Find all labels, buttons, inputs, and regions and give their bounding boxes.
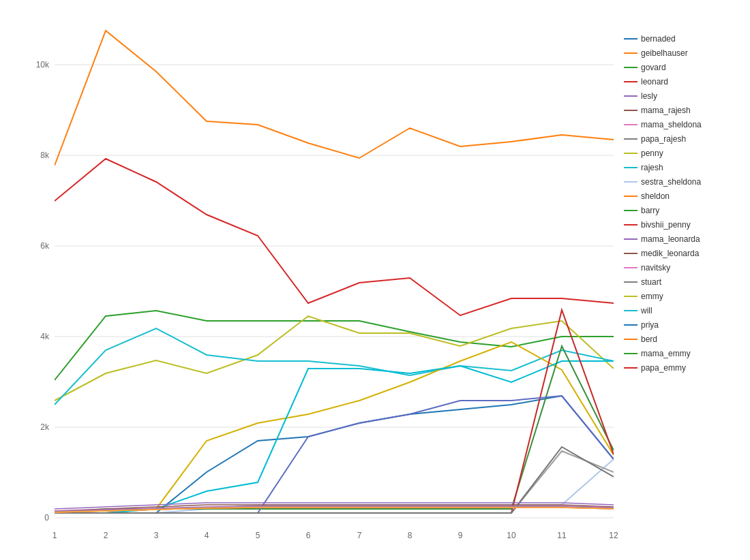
x-label-4: 4: [205, 531, 209, 540]
legend-label-lesly: lesly: [641, 91, 657, 101]
x-label-9: 9: [458, 531, 463, 540]
line-rajesh: [55, 328, 614, 405]
legend-label-priya: priya: [641, 320, 659, 330]
legend-label-geibelhauser: geibelhauser: [641, 48, 688, 58]
legend-label-bernaded: bernaded: [641, 34, 676, 44]
x-label-3: 3: [154, 531, 159, 540]
x-label-6: 6: [306, 531, 311, 540]
legend-label-berd: berd: [641, 335, 657, 344]
line-stuart: [55, 451, 614, 513]
x-label-8: 8: [408, 531, 412, 540]
x-label-10: 10: [507, 531, 516, 540]
y-label-6k: 6k: [40, 241, 50, 251]
legend-label-mama-sheldona: mama_sheldona: [641, 120, 702, 129]
line-priya: [55, 396, 614, 513]
legend-label-govard: govard: [641, 63, 666, 72]
x-label-1: 1: [52, 531, 57, 540]
legend-label-sheldon: sheldon: [641, 191, 670, 201]
legend-label-penny: penny: [641, 149, 663, 158]
line-penny: [55, 316, 614, 401]
legend-label-stuart: stuart: [641, 277, 662, 287]
legend-label-navitsky: navitsky: [641, 263, 670, 273]
y-label-4k: 4k: [40, 332, 50, 341]
legend-label-mama-emmy: mama_emmy: [641, 349, 691, 358]
line-leonard: [55, 159, 614, 315]
line-govard: [55, 311, 614, 380]
y-label-10k: 10k: [36, 60, 50, 69]
x-label-5: 5: [256, 531, 260, 540]
line-geibelhauser: [55, 31, 614, 166]
line-papa-emmy: [55, 310, 614, 513]
x-label-2: 2: [104, 531, 108, 540]
legend-label-barry: barry: [641, 206, 659, 215]
legend-label-medik-leonarda: medik_leonarda: [641, 249, 700, 258]
x-label-7: 7: [357, 531, 362, 540]
legend-label-will: will: [640, 306, 652, 315]
line-bernaded: [55, 396, 614, 513]
x-label-11: 11: [557, 531, 567, 540]
x-label-12: 12: [609, 531, 618, 540]
legend-label-leonard: leonard: [641, 77, 668, 87]
legend-label-papa-emmy: papa_emmy: [641, 363, 686, 373]
svg-rect-0: [55, 20, 614, 518]
legend-label-mama-rajesh: mama_rajesh: [641, 106, 691, 115]
y-label-2k: 2k: [40, 422, 50, 432]
y-label-8k: 8k: [40, 151, 50, 160]
y-label-0: 0: [44, 513, 49, 523]
legend-label-mama-leonarda: mama_leonarda: [641, 234, 700, 244]
legend-label-rajesh: rajesh: [641, 163, 663, 172]
chart-container: 0 2k 4k 6k 8k 10k 1 2 3 4 5 6 7 8 9 10 1…: [0, 0, 750, 560]
chart-svg: 0 2k 4k 6k 8k 10k 1 2 3 4 5 6 7 8 9 10 1…: [0, 0, 750, 560]
legend-label-bivshii-penny: bivshii_penny: [641, 220, 691, 230]
legend-label-sestra-sheldona: sestra_sheldona: [641, 177, 701, 187]
legend-label-emmy: emmy: [641, 292, 663, 301]
legend-label-papa-rajesh: papa_rajesh: [641, 134, 686, 144]
